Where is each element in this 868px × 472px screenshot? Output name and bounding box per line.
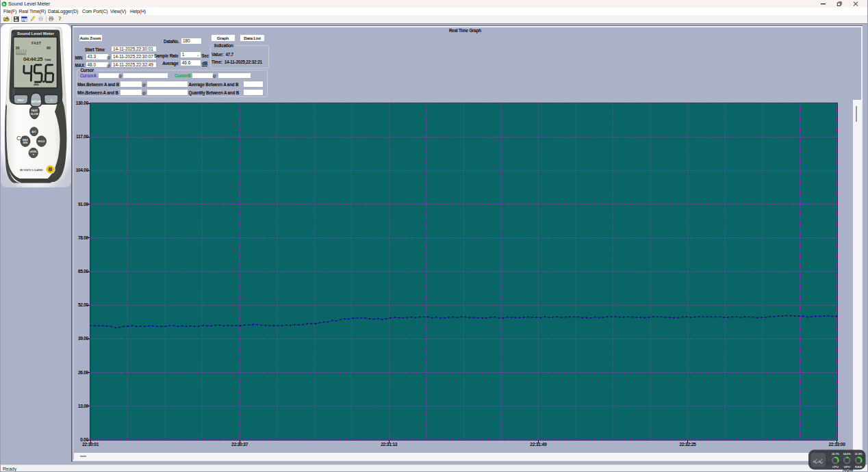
svg-text:MIN: MIN <box>23 142 28 144</box>
svg-text:30: 30 <box>16 46 20 50</box>
svg-text:04:44:25: 04:44:25 <box>23 56 43 62</box>
svg-text:REC: REC <box>18 99 25 102</box>
svg-text:?: ? <box>59 16 62 22</box>
svg-text:TIME: TIME <box>44 58 51 62</box>
svg-text:80: 80 <box>47 46 51 50</box>
svg-text:FAST: FAST <box>31 41 41 45</box>
svg-text:A/C: A/C <box>31 130 36 133</box>
svg-text:▼: ▼ <box>32 153 35 156</box>
svg-text:SLOW: SLOW <box>31 113 39 116</box>
svg-text:SETUP: SETUP <box>31 100 41 103</box>
svg-text:Sound Level Meter: Sound Level Meter <box>17 31 55 36</box>
svg-text:HOLD: HOLD <box>38 140 45 143</box>
svg-text:IEC 61672-1 CLASS2: IEC 61672-1 CLASS2 <box>20 169 42 172</box>
svg-text:FAST: FAST <box>31 109 38 112</box>
svg-text:dBA: dBA <box>34 83 39 86</box>
svg-text:♫: ♫ <box>50 98 53 102</box>
svg-text:LEVEL: LEVEL <box>29 150 37 153</box>
